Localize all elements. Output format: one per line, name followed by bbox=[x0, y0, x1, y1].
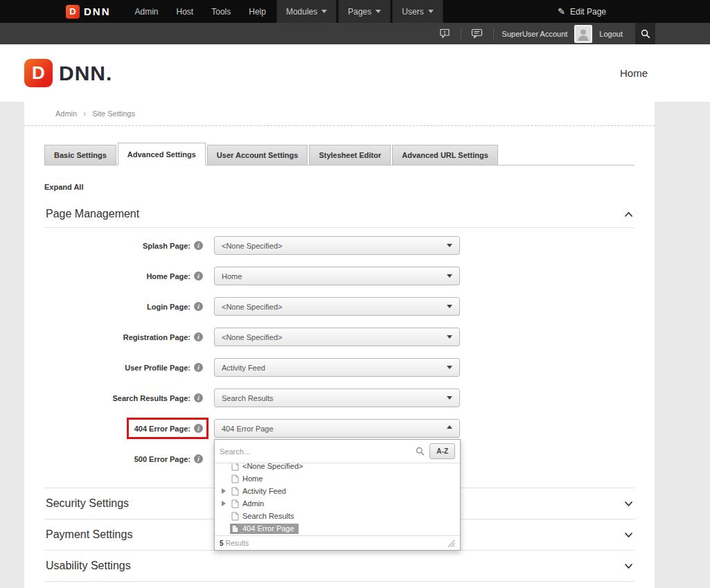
tab-advanced-url-settings[interactable]: Advanced URL Settings bbox=[392, 145, 498, 165]
dnn-topbar-logo: D DNN bbox=[66, 5, 111, 19]
select-value: 404 Error Page bbox=[222, 425, 274, 433]
home-page-select[interactable]: Home bbox=[214, 267, 460, 285]
info-icon[interactable] bbox=[194, 424, 203, 433]
page-icon bbox=[231, 463, 239, 471]
select-value: Search Results bbox=[222, 394, 274, 402]
info-icon[interactable] bbox=[194, 271, 203, 280]
chevron-down-icon bbox=[447, 305, 452, 311]
login-page-select[interactable]: <None Specified> bbox=[214, 297, 460, 316]
picker-search-input[interactable] bbox=[220, 444, 411, 459]
field-label: 404 Error Page: bbox=[134, 425, 190, 433]
picker-item-activity-feed[interactable]: Activity Feed bbox=[215, 485, 460, 497]
breadcrumb-admin[interactable]: Admin bbox=[55, 109, 77, 118]
menu-item-admin[interactable]: Admin bbox=[126, 0, 168, 23]
expand-arrow-icon[interactable] bbox=[222, 501, 226, 506]
picker-item-admin[interactable]: Admin bbox=[215, 497, 460, 510]
resize-grip-icon[interactable] bbox=[447, 539, 455, 547]
divider bbox=[461, 28, 461, 39]
breadcrumb: Admin › Site Settings bbox=[24, 102, 655, 126]
menu-item-modules[interactable]: Modules bbox=[276, 0, 337, 23]
picker-item-label: Home bbox=[242, 474, 263, 483]
form-row-404-error-page: 404 Error Page: 404 Error Page bbox=[44, 419, 655, 438]
logout-link[interactable]: Logout bbox=[599, 30, 623, 38]
info-icon[interactable] bbox=[194, 332, 203, 341]
page-icon bbox=[231, 512, 239, 521]
section-header-usability-settings[interactable]: Usability Settings bbox=[44, 550, 634, 581]
field-label: Home Page: bbox=[146, 272, 190, 280]
info-icon[interactable] bbox=[194, 241, 203, 250]
chevron-down-icon bbox=[447, 335, 452, 341]
superuser-account-link[interactable]: SuperUser Account bbox=[502, 30, 568, 38]
registration-page-select[interactable]: <None Specified> bbox=[214, 328, 460, 346]
chevron-down-icon bbox=[447, 396, 452, 402]
form-row-login-page: Login Page: <None Specified> bbox=[44, 297, 655, 316]
picker-item-label: Search Results bbox=[242, 512, 294, 520]
page-picker-dropdown: A-Z <None Specified> bbox=[214, 439, 461, 551]
edit-page-button[interactable]: ✎ Edit Page bbox=[558, 6, 606, 17]
messages-icon[interactable] bbox=[467, 23, 488, 44]
menu-item-host[interactable]: Host bbox=[168, 0, 203, 23]
field-label: Registration Page: bbox=[123, 333, 190, 341]
tab-advanced-settings[interactable]: Advanced Settings bbox=[118, 143, 206, 166]
section-title: Payment Settings bbox=[46, 528, 132, 541]
picker-search-bar: A-Z bbox=[215, 440, 460, 463]
section-header-site-aliases[interactable]: Site Aliases bbox=[44, 581, 634, 588]
tab-user-account-settings[interactable]: User Account Settings bbox=[207, 145, 308, 165]
expand-arrow-icon[interactable] bbox=[222, 488, 226, 494]
notification-bubble-icon[interactable] bbox=[434, 23, 455, 44]
sort-az-button[interactable]: A-Z bbox=[429, 443, 455, 459]
topbar-menu: Admin Host Tools Help Modules Pages User… bbox=[126, 0, 443, 23]
dnn-site-logo[interactable]: D DNN. bbox=[24, 59, 112, 87]
info-icon[interactable] bbox=[194, 363, 203, 372]
expand-all-link[interactable]: Expand All bbox=[44, 183, 655, 191]
dnn-logo-icon: D bbox=[66, 5, 80, 19]
page-icon bbox=[231, 499, 239, 508]
section-header-page-management[interactable]: Page Management bbox=[44, 201, 634, 228]
picker-item-search-results[interactable]: Search Results bbox=[215, 510, 460, 522]
splash-page-select[interactable]: <None Specified> bbox=[214, 236, 460, 255]
field-label: Login Page: bbox=[147, 303, 190, 311]
field-label: Search Results Page: bbox=[113, 394, 191, 402]
chevron-down-icon bbox=[447, 244, 452, 250]
page-icon bbox=[231, 474, 239, 483]
breadcrumb-site-settings[interactable]: Site Settings bbox=[92, 109, 135, 118]
dnn-logo-text: DNN bbox=[84, 6, 111, 17]
search-icon bbox=[641, 29, 650, 39]
picker-item-label: 404 Error Page bbox=[242, 524, 294, 533]
select-value: <None Specified> bbox=[222, 303, 282, 311]
error-404-page-select[interactable]: 404 Error Page bbox=[214, 419, 460, 438]
chevron-up-icon bbox=[624, 211, 633, 217]
search-button[interactable] bbox=[635, 23, 655, 44]
user-profile-page-select[interactable]: Activity Feed bbox=[214, 358, 460, 377]
select-value: Home bbox=[222, 272, 242, 280]
select-value: Activity Feed bbox=[222, 364, 265, 372]
info-icon[interactable] bbox=[194, 454, 203, 463]
picker-item-home[interactable]: Home bbox=[215, 472, 460, 485]
picker-item-none-specified[interactable]: <None Specified> bbox=[215, 463, 460, 472]
info-icon[interactable] bbox=[194, 393, 203, 402]
tab-basic-settings[interactable]: Basic Settings bbox=[44, 145, 116, 165]
nav-link-home[interactable]: Home bbox=[620, 67, 648, 79]
menu-item-help[interactable]: Help bbox=[240, 0, 275, 23]
menu-item-tools[interactable]: Tools bbox=[202, 0, 240, 23]
info-icon[interactable] bbox=[194, 302, 203, 311]
form-row-search-results-page: Search Results Page: Search Results bbox=[44, 389, 655, 407]
menu-item-pages[interactable]: Pages bbox=[338, 0, 391, 23]
picker-item-404-error-page[interactable]: 404 Error Page bbox=[215, 522, 460, 535]
utility-bar: SuperUser Account Logout bbox=[0, 23, 710, 44]
top-control-bar: D DNN Admin Host Tools Help Modules Page… bbox=[0, 0, 710, 23]
chevron-up-icon bbox=[447, 425, 452, 429]
settings-tab-bar: Basic Settings Advanced Settings User Ac… bbox=[44, 143, 634, 166]
user-avatar[interactable] bbox=[574, 25, 592, 43]
select-value: <None Specified> bbox=[222, 242, 282, 250]
tab-stylesheet-editor[interactable]: Stylesheet Editor bbox=[309, 145, 391, 165]
page-icon bbox=[231, 487, 239, 496]
form-row-splash-page: Splash Page: <None Specified> bbox=[44, 236, 655, 255]
menu-item-users[interactable]: Users bbox=[392, 0, 443, 23]
search-results-page-select[interactable]: Search Results bbox=[214, 389, 460, 407]
page-icon bbox=[231, 524, 239, 533]
chevron-down-icon bbox=[447, 366, 452, 372]
results-label: Results bbox=[226, 540, 249, 547]
form-row-user-profile-page: User Profile Page: Activity Feed bbox=[44, 358, 655, 377]
divider bbox=[493, 28, 494, 39]
